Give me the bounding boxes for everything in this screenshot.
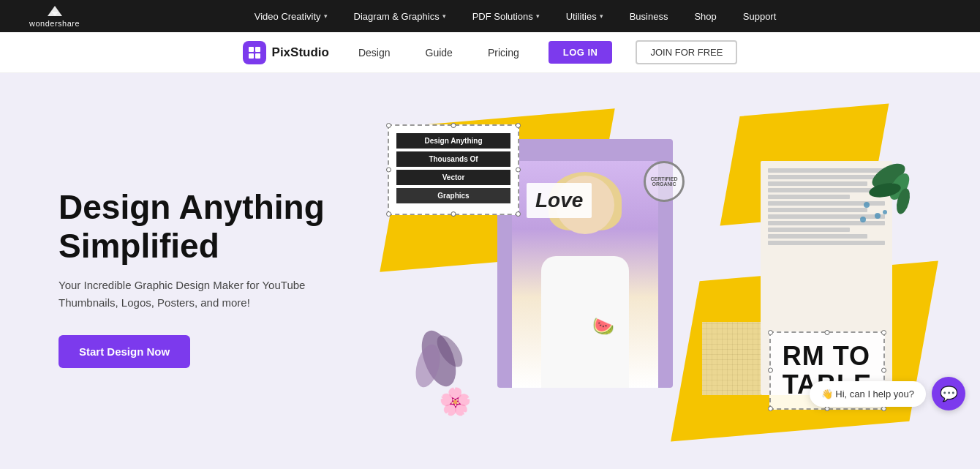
handle-tl <box>768 330 773 335</box>
watermelon-sticker: 🍉 <box>592 316 614 337</box>
chat-icon: 💬 <box>940 385 958 402</box>
nav-link-guide[interactable]: Guide <box>420 44 459 61</box>
svg-rect-1 <box>255 47 260 52</box>
chat-widget: 👋 Hi, can I help you? 💬 <box>810 377 965 410</box>
chevron-down-icon: ▾ <box>324 12 328 20</box>
nav-item-business[interactable]: Business <box>617 0 682 32</box>
chevron-down-icon: ▾ <box>536 12 540 20</box>
handle-bl <box>768 406 773 411</box>
leaves-decoration <box>845 161 918 249</box>
nav-link-design[interactable]: Design <box>353 44 396 61</box>
handle-tl <box>386 123 391 128</box>
svg-point-9 <box>875 213 881 219</box>
nav-item-diagram-graphics[interactable]: Diagram & Graphics ▾ <box>341 0 459 32</box>
nav-item-video-creativity[interactable]: Video Creativity ▾ <box>241 0 341 32</box>
nav-item-utilities[interactable]: Utilities ▾ <box>553 0 617 32</box>
nav-item-pdf-solutions[interactable]: PDF Solutions ▾ <box>459 0 553 32</box>
handle-lm <box>768 368 773 373</box>
design-canvas-card: Design Anything Thousands Of Vector Grap… <box>388 124 519 215</box>
chevron-down-icon: ▾ <box>600 12 603 20</box>
svg-point-8 <box>864 202 870 208</box>
cta-button[interactable]: Start Design Now <box>59 335 190 368</box>
handle-lm <box>386 168 391 173</box>
love-snippet: Love <box>527 183 592 218</box>
logo-text: wondershare <box>29 19 80 28</box>
chat-button[interactable]: 💬 <box>932 377 965 410</box>
handle-br <box>516 211 521 217</box>
np-line <box>768 228 850 232</box>
hero-title: Design Anything Simplified <box>59 188 366 266</box>
hero-subtitle: Your Incredible Graphic Design Maker for… <box>59 277 307 312</box>
np-line <box>768 195 850 199</box>
handle-tm <box>451 123 456 128</box>
big-text-line1: RM TO <box>783 342 872 371</box>
top-navigation: wondershare Video Creativity ▾ Diagram &… <box>0 0 980 32</box>
stamp-circle: CERTIFIEDORGANIC <box>644 161 685 202</box>
purple-leaves <box>410 322 468 395</box>
logo[interactable]: wondershare <box>29 4 80 28</box>
love-text: Love <box>535 189 583 211</box>
svg-point-11 <box>883 210 887 214</box>
grid-texture-2 <box>702 322 761 395</box>
handle-bm <box>451 211 456 217</box>
join-button[interactable]: JOIN FOR FREE <box>636 40 737 64</box>
pixstudio-name: PixStudio <box>272 45 329 60</box>
person-body <box>541 256 629 388</box>
chat-bubble: 👋 Hi, can I help you? <box>810 381 926 407</box>
svg-point-10 <box>860 217 866 222</box>
secondary-navigation: PixStudio Design Guide Pricing LOG IN JO… <box>0 32 980 73</box>
canvas-item-4: Graphics <box>396 188 510 203</box>
handle-tr <box>516 123 521 128</box>
nav-link-pricing[interactable]: Pricing <box>482 44 525 61</box>
svg-rect-0 <box>249 47 254 52</box>
handle-rm <box>881 368 886 373</box>
handle-bl <box>386 211 391 217</box>
nav-item-support[interactable]: Support <box>730 0 790 32</box>
stamp-text: CERTIFIEDORGANIC <box>651 176 678 187</box>
top-nav-links: Video Creativity ▾ Diagram & Graphics ▾ … <box>80 0 951 32</box>
pixstudio-logo-icon <box>243 41 266 64</box>
chevron-down-icon: ▾ <box>442 12 446 20</box>
login-button[interactable]: LOG IN <box>549 41 613 64</box>
handle-tr <box>881 330 886 335</box>
svg-rect-3 <box>255 53 260 59</box>
hero-content: Design Anything Simplified Your Incredib… <box>59 188 366 369</box>
canvas-item-3: Vector <box>396 170 510 185</box>
svg-rect-2 <box>249 53 254 59</box>
handle-rm <box>516 168 521 173</box>
handle-tm <box>824 330 829 335</box>
pixstudio-logo[interactable]: PixStudio <box>243 41 329 64</box>
nav-item-shop[interactable]: Shop <box>681 0 729 32</box>
canvas-item-1: Design Anything <box>396 133 510 149</box>
canvas-item-2: Thousands Of <box>396 151 510 167</box>
